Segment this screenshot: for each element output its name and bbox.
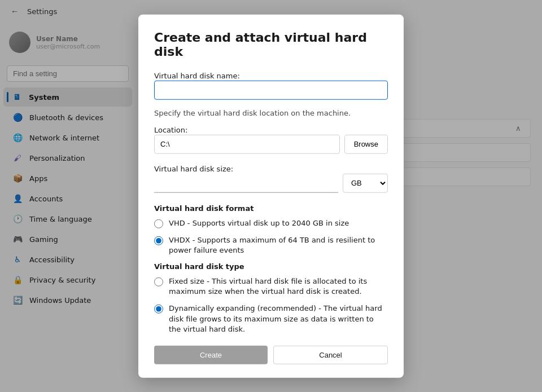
type-radio-dynamic[interactable] (154, 305, 163, 314)
format-option-vhdx: VHDX - Supports a maximum of 64 TB and i… (154, 235, 388, 255)
type-label-fixed: Fixed size - This virtual hard disk file… (169, 276, 388, 297)
type-heading: Virtual hard disk type (154, 262, 388, 271)
create-vhd-dialog: Create and attach virtual hard disk Virt… (138, 14, 404, 378)
format-radio-vhd[interactable] (154, 219, 163, 228)
format-label-vhdx: VHDX - Supports a maximum of 64 TB and i… (169, 235, 388, 255)
browse-button[interactable]: Browse (344, 134, 388, 153)
size-label: Virtual hard disk size: (154, 164, 233, 173)
type-radio-fixed[interactable] (154, 278, 163, 287)
format-option-vhd: VHD - Supports virtual disk up to 2040 G… (154, 218, 388, 228)
size-input[interactable] (154, 173, 338, 192)
type-label-dynamic: Dynamically expanding (recommended) - Th… (169, 303, 388, 334)
dialog-title: Create and attach virtual hard disk (154, 30, 388, 58)
vhd-name-label: Virtual hard disk name: (154, 71, 240, 80)
format-heading: Virtual hard disk format (154, 204, 388, 212)
cancel-button[interactable]: Cancel (273, 346, 388, 364)
location-input[interactable] (154, 134, 340, 153)
size-unit-select[interactable]: MB GB TB (343, 173, 388, 192)
location-row: Browse (154, 134, 388, 153)
location-label: Location: (154, 125, 187, 134)
format-radio-vhdx[interactable] (154, 236, 163, 245)
type-option-fixed: Fixed size - This virtual hard disk file… (154, 276, 388, 297)
dialog-footer: Create Cancel (154, 346, 388, 364)
type-option-dynamic: Dynamically expanding (recommended) - Th… (154, 303, 388, 334)
create-button[interactable]: Create (154, 346, 268, 364)
location-description: Specify the virtual hard disk location o… (154, 108, 388, 117)
format-label-vhd: VHD - Supports virtual disk up to 2040 G… (169, 218, 349, 228)
vhd-name-input[interactable] (154, 80, 388, 99)
size-row: MB GB TB (154, 173, 388, 192)
